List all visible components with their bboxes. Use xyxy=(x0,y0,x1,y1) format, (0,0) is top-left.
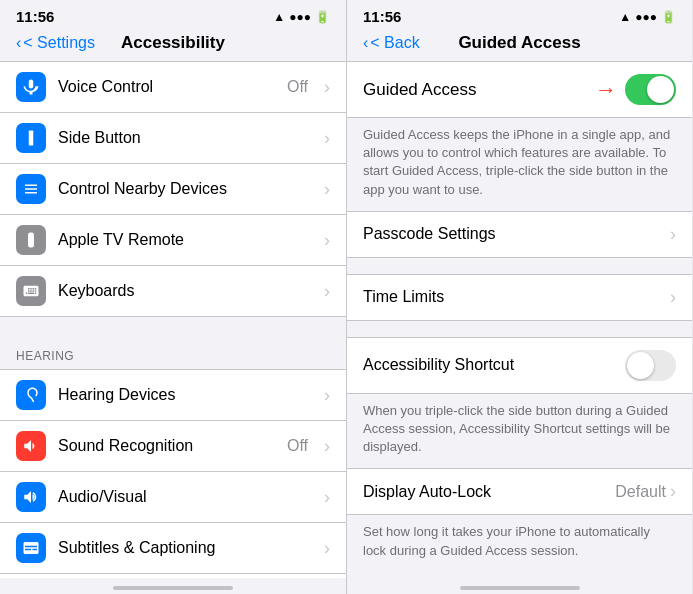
passcode-chevron xyxy=(670,224,676,245)
side-button-icon xyxy=(16,123,46,153)
display-auto-lock-group: Display Auto-Lock Default xyxy=(347,468,692,515)
row-keyboards[interactable]: Keyboards xyxy=(0,266,346,316)
keyboards-label: Keyboards xyxy=(58,282,312,300)
voice-control-icon xyxy=(16,72,46,102)
keyboards-icon xyxy=(16,276,46,306)
side-button-label: Side Button xyxy=(58,129,312,147)
display-auto-lock-description: Set how long it takes your iPhone to aut… xyxy=(347,515,692,571)
accessibility-shortcut-right-label: Accessibility Shortcut xyxy=(363,356,625,374)
row-subtitles[interactable]: Subtitles & Captioning xyxy=(0,523,346,574)
control-nearby-icon xyxy=(16,174,46,204)
guided-access-toggle[interactable] xyxy=(625,74,676,105)
voice-control-value: Off xyxy=(287,78,308,96)
sound-recognition-label: Sound Recognition xyxy=(58,437,275,455)
passcode-settings-label: Passcode Settings xyxy=(363,225,670,243)
settings-group-hearing: Hearing Devices Sound Recognition Off Au… xyxy=(0,369,346,578)
row-control-nearby[interactable]: Control Nearby Devices xyxy=(0,164,346,215)
subtitles-label: Subtitles & Captioning xyxy=(58,539,312,557)
chevron-left-icon: ‹ xyxy=(16,34,21,52)
guided-access-main-label: Guided Access xyxy=(363,80,595,100)
row-apple-remote[interactable]: Apple TV Remote xyxy=(0,215,346,266)
time-limits-block: Time Limits xyxy=(347,274,692,321)
row-voice-control[interactable]: Voice Control Off xyxy=(0,62,346,113)
nav-bar-left: ‹ < Settings Accessibility xyxy=(0,29,346,61)
row-live-captions[interactable]: Live Captions (Beta) xyxy=(0,574,346,578)
signal-icon-right: ●●● xyxy=(635,10,657,24)
status-icons-right: ▲ ●●● 🔋 xyxy=(619,10,676,24)
left-panel: 11:56 ▲ ●●● 🔋 ‹ < Settings Accessibility… xyxy=(0,0,346,594)
wifi-icon-right: ▲ xyxy=(619,10,631,24)
back-label-left: < Settings xyxy=(23,34,95,52)
hearing-devices-chevron xyxy=(324,385,330,406)
subtitles-icon xyxy=(16,533,46,563)
time-limits-row[interactable]: Time Limits xyxy=(347,275,692,320)
guided-access-description: Guided Access keeps the iPhone in a sing… xyxy=(347,118,692,211)
display-auto-lock-chevron xyxy=(670,481,676,502)
display-auto-lock-label: Display Auto-Lock xyxy=(363,483,615,501)
row-audio-visual[interactable]: Audio/Visual xyxy=(0,472,346,523)
toggle-thumb xyxy=(647,76,674,103)
audio-visual-icon xyxy=(16,482,46,512)
home-bar-right xyxy=(460,586,580,590)
time-limits-chevron xyxy=(670,287,676,308)
time-left: 11:56 xyxy=(16,8,54,25)
guided-access-group: Guided Access → xyxy=(347,61,692,118)
voice-control-chevron xyxy=(324,77,330,98)
side-button-chevron xyxy=(324,128,330,149)
apple-remote-icon xyxy=(16,225,46,255)
content-scroll-left: Voice Control Off Side Button Control Ne… xyxy=(0,61,346,578)
status-icons-left: ▲ ●●● 🔋 xyxy=(273,10,330,24)
sound-recognition-icon xyxy=(16,431,46,461)
home-bar-left xyxy=(113,586,233,590)
battery-icon-right: 🔋 xyxy=(661,10,676,24)
row-hearing-devices[interactable]: Hearing Devices xyxy=(0,370,346,421)
back-button-left[interactable]: ‹ < Settings xyxy=(16,34,95,52)
accessibility-shortcut-group: Accessibility Shortcut xyxy=(347,337,692,394)
accessibility-shortcut-description: When you triple-click the side button du… xyxy=(347,394,692,469)
settings-group-general: Voice Control Off Side Button Control Ne… xyxy=(0,61,346,317)
control-nearby-chevron xyxy=(324,179,330,200)
voice-control-label: Voice Control xyxy=(58,78,275,96)
audio-visual-label: Audio/Visual xyxy=(58,488,312,506)
back-label-right: < Back xyxy=(370,34,419,52)
nav-bar-right: ‹ < Back Guided Access xyxy=(347,29,692,61)
back-button-right[interactable]: ‹ < Back xyxy=(363,34,420,52)
hearing-devices-label: Hearing Devices xyxy=(58,386,312,404)
accessibility-shortcut-thumb xyxy=(627,352,654,379)
red-arrow-right: → xyxy=(595,77,617,103)
page-title-right: Guided Access xyxy=(458,33,580,53)
accessibility-shortcut-toggle-row[interactable]: Accessibility Shortcut xyxy=(347,338,692,393)
toggle-with-arrow: → xyxy=(595,74,676,105)
wifi-icon: ▲ xyxy=(273,10,285,24)
home-indicator-right xyxy=(347,578,692,594)
sound-recognition-chevron xyxy=(324,436,330,457)
status-bar-left: 11:56 ▲ ●●● 🔋 xyxy=(0,0,346,29)
svg-rect-0 xyxy=(29,131,34,146)
chevron-left-right-icon: ‹ xyxy=(363,34,368,52)
time-right: 11:56 xyxy=(363,8,401,25)
section-hearing: HEARING xyxy=(0,333,346,369)
guided-access-toggle-row[interactable]: Guided Access → xyxy=(347,62,692,117)
content-scroll-right: Guided Access → Guided Access keeps the … xyxy=(347,61,692,578)
time-limits-label: Time Limits xyxy=(363,288,670,306)
home-indicator-left xyxy=(0,578,346,594)
passcode-settings-row[interactable]: Passcode Settings xyxy=(347,212,692,257)
audio-visual-chevron xyxy=(324,487,330,508)
page-title-left: Accessibility xyxy=(121,33,225,53)
svg-rect-1 xyxy=(28,233,34,248)
right-panel: 11:56 ▲ ●●● 🔋 ‹ < Back Guided Access Gui… xyxy=(346,0,692,594)
hearing-devices-icon xyxy=(16,380,46,410)
battery-icon: 🔋 xyxy=(315,10,330,24)
display-auto-lock-value: Default xyxy=(615,483,666,501)
row-side-button[interactable]: Side Button xyxy=(0,113,346,164)
subtitles-chevron xyxy=(324,538,330,559)
control-nearby-label: Control Nearby Devices xyxy=(58,180,312,198)
accessibility-shortcut-toggle[interactable] xyxy=(625,350,676,381)
signal-icon: ●●● xyxy=(289,10,311,24)
status-bar-right: 11:56 ▲ ●●● 🔋 xyxy=(347,0,692,29)
apple-remote-chevron xyxy=(324,230,330,251)
passcode-settings-block: Passcode Settings xyxy=(347,211,692,258)
keyboards-chevron xyxy=(324,281,330,302)
display-auto-lock-row[interactable]: Display Auto-Lock Default xyxy=(347,469,692,514)
row-sound-recognition[interactable]: Sound Recognition Off xyxy=(0,421,346,472)
